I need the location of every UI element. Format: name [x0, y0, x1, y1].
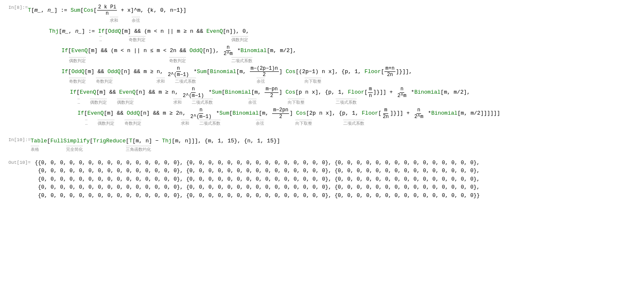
line-if-oddq-oddq: If[OddQ[m] && OddQ[n] && m ≥ n, n2^(m−1)… [28, 66, 636, 86]
annot-binomial3: 二项式系数 [192, 99, 213, 106]
cell-out10: Out[10]= {{0, 0, 0, 0, 0, 0, 0, 0, 0, 0,… [8, 159, 636, 200]
line-if-evenq-oddq: If[EvenQ[m] && OddQ[n] && m ≥ 2n, n2^(m−… [28, 107, 636, 127]
annot-binomial5: 二项式系数 [199, 120, 220, 127]
cell-in8: In[8]:= T[m_, n_] := Sum[Cos[2 k Pin + x… [8, 4, 636, 128]
annot-evenq5: 偶数判定 [98, 120, 114, 127]
line-Thj-def: Thj[m_, n_] := If[OddQ[m] && (m < n || m… [28, 27, 636, 44]
annot-if3: … [85, 120, 87, 127]
annot-sum3: 求和 [173, 99, 182, 106]
annot-evenq2: 偶数判定 [69, 57, 86, 65]
annot-table: 表格 [31, 146, 39, 153]
annot-if1: … [99, 36, 102, 44]
annot-trigreduce: 三角函数约化 [126, 146, 151, 153]
annot-oddq4: 奇数判定 [96, 78, 113, 85]
cell-label-out10: Out[10]= [8, 159, 31, 167]
cell-content-out10: {{0, 0, 0, 0, 0, 0, 0, 0, 0, 0, 0, 0, 0,… [31, 159, 636, 200]
cell-label-in10: In[10]:= [8, 137, 31, 144]
cell-content-in8: T[m_, n_] := Sum[Cos[2 k Pin + x]^m, {k,… [28, 4, 636, 128]
line-if-evenq: If[EvenQ[m] && (m < n || n ≤ m < 2n && O… [28, 45, 636, 65]
line-T-def: T[m_, n_] := Sum[Cos[2 k Pin + x]^m, {k,… [28, 4, 636, 24]
annot-cos4: 余弦 [256, 120, 264, 127]
cell-in10: In[10]:= Table[FullSimplify[TrigReduce[T… [8, 137, 636, 153]
annot-sum2: 求和 [156, 78, 165, 85]
annot-oddq5: 奇数判定 [125, 120, 141, 127]
annot-cos3: 余弦 [248, 99, 257, 106]
annot-if2: … [77, 99, 80, 106]
annot-oddq3: 奇数判定 [69, 78, 86, 85]
annot-binomial6: 二项式系数 [343, 120, 364, 127]
annot-binomial4: 二项式系数 [336, 99, 357, 106]
annot-sum: 求和 [110, 17, 118, 24]
annot-fullsimplify: 完全简化 [66, 146, 83, 153]
cell-label-in8: In[8]:= [8, 4, 28, 12]
annot-floor1: 向下取整 [305, 78, 321, 85]
annot-binomial1: 二项式系数 [231, 57, 252, 65]
annot-cos2: 余弦 [257, 78, 265, 85]
annot-oddq1: 奇数判定 [129, 36, 146, 44]
output-value: {{0, 0, 0, 0, 0, 0, 0, 0, 0, 0, 0, 0, 0,… [31, 159, 636, 200]
annot-evenq3: 偶数判定 [90, 99, 107, 106]
line-if-evenq-evenq: If[EvenQ[m] && EvenQ[n] && m ≥ n, n2^(m−… [28, 86, 636, 106]
annot-floor2: 向下取整 [288, 99, 305, 106]
cell-content-in10: Table[FullSimplify[TrigReduce[T[m, n] − … [31, 137, 636, 153]
annot-cos: 余弦 [132, 17, 140, 24]
annot-floor3: 向下取整 [295, 120, 312, 127]
annot-sum4: 求和 [181, 120, 189, 127]
annot-evenq4: 偶数判定 [117, 99, 134, 106]
annot-binomial2: 二项式系数 [175, 78, 196, 85]
annot-evenq1: 偶数判定 [231, 36, 248, 44]
annot-oddq2: 奇数判定 [169, 57, 186, 65]
